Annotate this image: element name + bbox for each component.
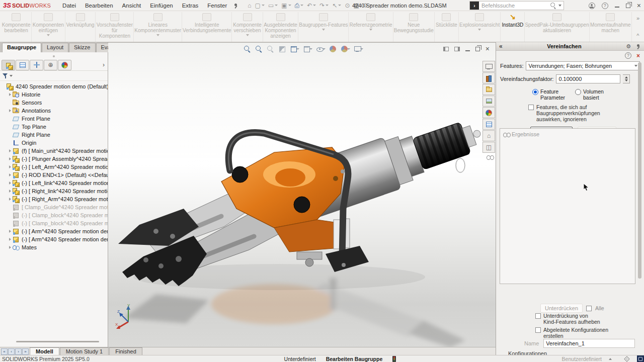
solidworks-forum-tab[interactable]: ◫: [482, 142, 495, 153]
section-view-button[interactable]: [278, 45, 286, 53]
menu-datei[interactable]: Datei: [58, 0, 80, 11]
model-tab-modell[interactable]: Modell: [30, 347, 59, 355]
notification-tile-icon[interactable]: [637, 355, 644, 362]
attachments-button[interactable]: ⊙: [344, 1, 351, 11]
name-input[interactable]: [543, 339, 635, 348]
doc-close-button[interactable]: [486, 45, 490, 52]
tab-nav-0[interactable]: «: [1, 348, 8, 355]
show-hidden-components-button[interactable]: AusgeblendeteKomponentenanzeigen: [263, 12, 299, 42]
appearances-scenes-tab[interactable]: [482, 107, 495, 118]
reference-geometry-button[interactable]: Referenzgeometrie: [349, 12, 393, 42]
tree-item-front-plane[interactable]: Front Plane: [1, 115, 108, 123]
panel-scrollbar-thumb[interactable]: [638, 62, 641, 279]
volume-based-radio[interactable]: [575, 89, 581, 95]
insert-components-button[interactable]: Komponenteneinfügen: [32, 12, 65, 42]
edit-component-button[interactable]: Komponentebearbeiten: [1, 12, 32, 42]
speedpak-update-button[interactable]: SpeedPak-Unterbaugruppenaktualisieren: [525, 12, 590, 42]
tree-item-right-plane[interactable]: Right Plane: [1, 131, 108, 139]
minimize-button[interactable]: [615, 7, 619, 8]
search-results-icon[interactable]: [487, 154, 493, 160]
history-folder-expander[interactable]: [7, 93, 13, 96]
display-style-button[interactable]: [302, 45, 312, 53]
view-orientation-button[interactable]: [289, 45, 299, 53]
move-component-flyout-icon[interactable]: [246, 34, 249, 36]
component-arm-2-expander[interactable]: [7, 238, 13, 241]
search-icon[interactable]: [549, 2, 556, 9]
features-select[interactable]: Verrundungen; Fasen; Bohrungen: [526, 61, 640, 70]
edit-appearance-button[interactable]: [329, 45, 337, 53]
file-explorer-tab[interactable]: [482, 84, 495, 95]
config-status[interactable]: Benutzerdefiniert: [562, 356, 602, 362]
annotations-folder-expander[interactable]: [7, 109, 13, 112]
split-pane-right-icon[interactable]: [454, 47, 460, 51]
print-button[interactable]: ⎙: [294, 1, 305, 11]
tab-layout[interactable]: Layout: [42, 43, 68, 52]
open-button[interactable]: ▭: [267, 1, 279, 11]
ribbon-collapse-icon[interactable]: ^: [636, 33, 639, 39]
close-button[interactable]: [637, 2, 641, 9]
exploded-view-button[interactable]: Explosionsansicht: [459, 12, 501, 42]
account-icon[interactable]: [589, 3, 595, 9]
tree-item-history-folder[interactable]: Historie: [1, 90, 108, 99]
feature-parameter-option[interactable]: FeatureParameter: [532, 88, 565, 101]
filter-icon[interactable]: [3, 73, 8, 78]
help-icon[interactable]: [602, 3, 608, 9]
undo-dropdown-icon[interactable]: [313, 5, 316, 6]
search-dropdown-icon[interactable]: [558, 5, 561, 7]
dimxpert-manager-tab[interactable]: [44, 60, 57, 70]
features-select-arrow-icon[interactable]: [634, 65, 637, 67]
panel-expand-icon[interactable]: ›: [103, 61, 108, 68]
insert-components-flyout-icon[interactable]: [47, 34, 50, 36]
menu-ansicht[interactable]: Ansicht: [118, 0, 146, 11]
derived-config-checkbox[interactable]: [535, 327, 541, 333]
menu-extras[interactable]: Extras: [178, 0, 203, 11]
tree-item-component-arm-2[interactable]: (-) [ Arm^4240 Spreader motion demo ]: [1, 235, 108, 243]
component-left-link-expander[interactable]: [7, 182, 13, 185]
linear-component-pattern-flyout-icon[interactable]: [156, 34, 159, 36]
menu-fenster[interactable]: Fenster: [203, 0, 231, 11]
design-library-tab[interactable]: [482, 72, 495, 83]
zoom-to-fit-button[interactable]: [243, 45, 252, 53]
component-main-unit-expander[interactable]: [7, 149, 13, 152]
tab-nav-2[interactable]: ›: [15, 348, 22, 355]
zoom-to-area-button[interactable]: [255, 45, 263, 53]
tab-skizze[interactable]: Skizze: [69, 43, 95, 52]
model-tab-motion-study-1[interactable]: Motion Study 1: [60, 347, 109, 355]
custom-properties-tab[interactable]: [482, 119, 495, 130]
menu-bearbeiten[interactable]: Bearbeiten: [80, 0, 118, 11]
panel-splitter[interactable]: [0, 52, 108, 59]
previous-view-button[interactable]: [266, 45, 275, 53]
tree-root-item[interactable]: 4240 Spreader motion demo (Default) <All…: [1, 82, 108, 90]
tree-item-component-right-arm[interactable]: (-) [ Right_Arm^4240 Spreader motion d: [1, 195, 108, 203]
move-component-button[interactable]: Komponenteverschieben: [232, 12, 263, 42]
collapse-panel-icon[interactable]: «: [499, 43, 503, 50]
solidworks-home-tab[interactable]: ⌂: [482, 130, 495, 141]
ignore-mates-checkbox[interactable]: [528, 105, 534, 110]
take-snapshot-button[interactable]: Momentaufnahmemachen: [590, 12, 632, 42]
graphics-area[interactable]: ⌂◫ Y X Z: [108, 42, 496, 347]
solidworks-resources-tab[interactable]: [482, 61, 495, 72]
mates-folder-expander[interactable]: [7, 246, 13, 249]
select-dropdown-icon[interactable]: [338, 5, 341, 6]
tree-item-component-left-arm[interactable]: (-) [ Left_Arm^4240 Spreader motion de: [1, 163, 108, 171]
component-right-arm-expander[interactable]: [7, 198, 13, 201]
component-preview-window-button[interactable]: VorschaufensterfürKomponenten: [96, 12, 134, 42]
apply-scene-button[interactable]: [340, 45, 350, 53]
open-dropdown-icon[interactable]: [275, 5, 278, 6]
ribbon-overflow-icon[interactable]: »: [636, 15, 639, 21]
tree-item-annotations-folder[interactable]: Annotations: [1, 107, 108, 115]
new-motion-study-button[interactable]: NeueBewegungsstudie: [393, 12, 435, 42]
tree-item-component-left-link[interactable]: (-) [ Left_link^4240 Spreader motion den: [1, 179, 108, 187]
view-settings-button[interactable]: [353, 45, 363, 53]
model-tab-finished[interactable]: Finished: [109, 347, 142, 355]
tree-item-origin[interactable]: Origin: [1, 139, 108, 147]
config-expand-icon[interactable]: [609, 358, 612, 360]
feature-parameter-radio[interactable]: [532, 89, 538, 95]
split-pane-left-icon[interactable]: [443, 47, 449, 51]
panel-close-icon[interactable]: [636, 53, 640, 59]
feature-manager-tab[interactable]: [2, 60, 15, 70]
view-palette-tab[interactable]: [482, 96, 495, 107]
component-plunger-assembly-expander[interactable]: [7, 157, 13, 160]
tree-item-component-right-link[interactable]: (-) [ Right_link^4240 Spreader motion de: [1, 187, 108, 195]
save-button[interactable]: ▣: [280, 1, 292, 11]
